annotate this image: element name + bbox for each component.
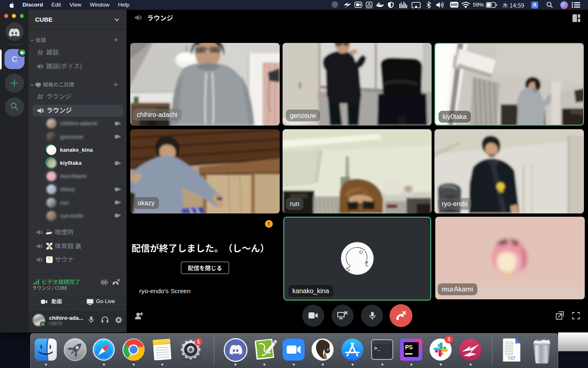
svg-text:PS: PS (405, 344, 413, 350)
svg-text:TXT: TXT (508, 356, 516, 361)
svg-text:>_: >_ (374, 346, 381, 352)
svg-text:1: 1 (197, 339, 200, 345)
